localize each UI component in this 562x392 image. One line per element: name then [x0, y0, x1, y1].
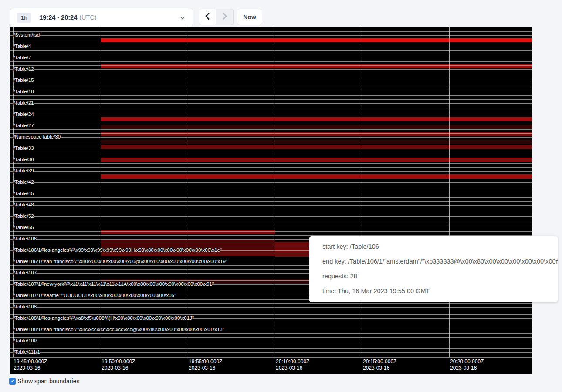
time-gridline [101, 27, 101, 357]
span-boundary-line [10, 107, 532, 107]
span-boundary-line [10, 47, 532, 47]
now-button[interactable]: Now [237, 9, 262, 25]
span-boundary-line [10, 84, 532, 84]
span-boundary-line [10, 303, 532, 304]
time-tick: 20:15:00.000Z2023-03-16 [363, 358, 396, 372]
span-boundary-line [10, 341, 532, 341]
time-tick-date: 2023-03-16 [102, 365, 135, 372]
row-label: /Table/21 [14, 100, 34, 106]
time-tick-date: 2023-03-16 [189, 365, 222, 372]
row-label: /Table/45 [14, 191, 34, 196]
key-visualizer-canvas[interactable]: /System/tsd/Table/4/Table/7/Table/12/Tab… [10, 27, 532, 374]
span-boundary-line [10, 118, 532, 118]
row-label: /Table/107/1/"new york"/"\x11\x11\x11\x1… [14, 281, 214, 287]
span-boundary-line [10, 216, 532, 217]
checkmark-icon: ✓ [10, 379, 14, 384]
span-boundary-line [10, 337, 532, 338]
span-boundary-line [10, 357, 532, 358]
span-boundary-line [10, 163, 532, 164]
span-boundary-line [10, 115, 532, 115]
row-label: /Table/33 [14, 145, 34, 151]
row-label: /Table/48 [14, 202, 34, 208]
span-boundary-line [10, 333, 532, 334]
span-boundary-line [10, 152, 532, 152]
span-boundary-line [10, 228, 532, 228]
row-label: /Table/15 [14, 78, 34, 83]
span-boundary-line [10, 95, 532, 96]
time-tick: 20:20:00.000Z2023-03-16 [450, 358, 484, 372]
time-tick: 20:10:00.000Z2023-03-16 [276, 358, 309, 372]
time-tick-time: 19:45:00.000Z [14, 358, 47, 365]
span-boundary-line [10, 201, 532, 202]
span-boundary-line [10, 43, 532, 43]
time-range-selector[interactable]: 1h 19:24 - 20:24 (UTC) [10, 8, 193, 27]
tooltip-line: end key: /Table/106/1/"amsterdam"/"\xb33… [322, 254, 558, 269]
row-label: /Table/107/1/"seattle"/"UUUUUUD\x00\x80\… [14, 293, 176, 298]
span-boundary-line [10, 129, 532, 130]
span-boundary-line [10, 99, 532, 100]
heat-band [101, 125, 532, 129]
span-boundary-line [10, 103, 532, 104]
time-tick-date: 2023-03-16 [14, 365, 47, 372]
span-boundary-line [10, 69, 532, 70]
span-boundary-line [10, 149, 532, 149]
span-boundary-line [10, 133, 532, 134]
span-boundary-line [10, 35, 532, 36]
show-span-boundaries-checkbox[interactable]: ✓ [9, 378, 16, 385]
span-boundary-line [10, 326, 532, 326]
row-label: /Table/55 [14, 225, 34, 230]
time-gridline [362, 27, 362, 357]
hover-tooltip: start key: /Table/106end key: /Table/106… [309, 236, 558, 302]
span-boundary-line [10, 307, 532, 308]
span-boundary-line [10, 220, 532, 220]
span-boundary-line [10, 141, 532, 141]
toolbar: 1h 19:24 - 20:24 (UTC) Now [0, 0, 562, 27]
chevron-left-icon [204, 12, 211, 22]
span-boundary-line [10, 58, 532, 58]
time-gridline [188, 27, 188, 357]
span-boundary-line [10, 186, 532, 186]
heat-band [101, 132, 532, 136]
span-boundary-line [10, 311, 532, 311]
span-boundary-line [10, 73, 532, 73]
span-boundary-line [10, 348, 532, 349]
chevron-down-icon [179, 15, 186, 23]
span-boundary-line [10, 356, 532, 356]
span-boundary-line [10, 179, 532, 179]
row-label: /Table/108/1/"los angeles"/"\xa8\xf5\u00… [14, 315, 194, 321]
span-boundary-line [10, 54, 532, 54]
span-boundary-line [10, 182, 532, 183]
span-boundary-line [10, 111, 532, 111]
duration-chip: 1h [17, 13, 31, 23]
time-range-label: 19:24 - 20:24 [39, 14, 77, 21]
next-time-button[interactable] [216, 9, 234, 25]
row-label: /Table/108/1/"san francisco"/"\x8c\xcc\x… [14, 327, 224, 332]
time-nav-group [199, 9, 234, 25]
row-label: /Table/4 [14, 44, 31, 49]
span-boundary-line [10, 167, 532, 168]
span-boundary-line [10, 322, 532, 322]
span-boundary-line [10, 231, 532, 232]
tooltip-line: start key: /Table/106 [322, 239, 558, 254]
row-label: /Table/106/1/"los angeles"/"\x99\x99\x99… [14, 247, 222, 253]
span-boundary-line [10, 81, 532, 81]
span-boundary-line [10, 160, 532, 160]
footer: ✓ Show span boundaries [9, 378, 79, 385]
span-boundary-line [10, 345, 532, 345]
row-label: /NamespaceTable/30 [14, 134, 61, 140]
span-boundary-line [10, 175, 532, 175]
span-boundary-line [10, 39, 532, 39]
time-tick: 19:50:00.000Z2023-03-16 [102, 358, 135, 372]
span-boundary-line [10, 88, 532, 88]
span-boundary-line [10, 61, 532, 62]
time-gridline [275, 27, 275, 357]
time-tick-date: 2023-03-16 [450, 365, 484, 372]
row-label: /Table/106/1/"san francisco"/"\x80\x00\x… [14, 259, 227, 264]
time-tick-date: 2023-03-16 [363, 365, 396, 372]
prev-time-button[interactable] [199, 9, 216, 25]
time-tick-time: 20:10:00.000Z [276, 358, 309, 365]
row-label: /Table/24 [14, 112, 34, 117]
row-label: /Table/109 [14, 338, 37, 344]
time-tick-time: 19:50:00.000Z [102, 358, 135, 365]
row-label: /Table/111/1 [14, 349, 40, 355]
